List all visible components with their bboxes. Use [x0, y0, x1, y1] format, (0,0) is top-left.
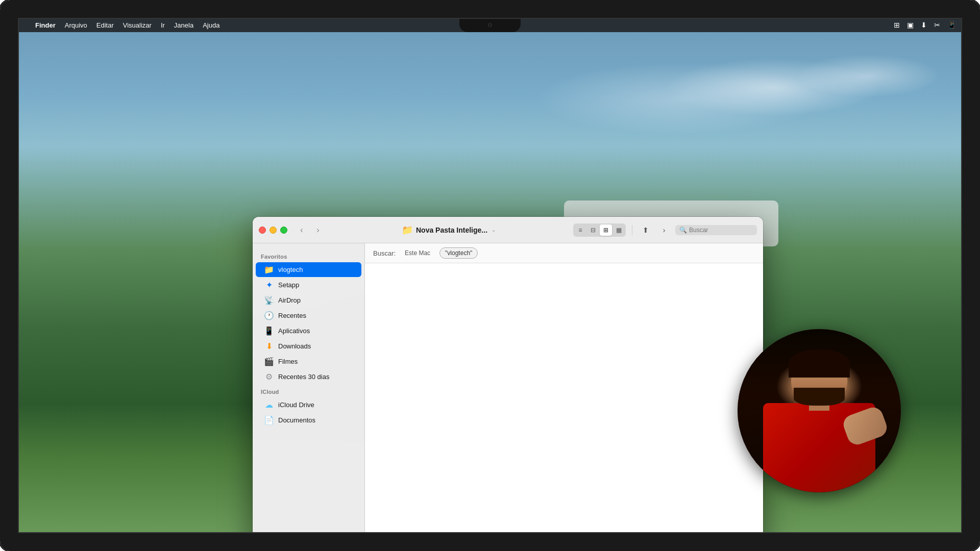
scope-vlogtech[interactable]: "vlogtech": [439, 247, 478, 259]
camera-notch: [459, 18, 521, 32]
view-mode-group: ≡ ⊟ ⊞ ▦: [573, 223, 626, 237]
back-button[interactable]: ‹: [296, 224, 308, 236]
content-area: Buscar: Este Mac "vlogtech": [365, 243, 763, 533]
sidebar-section-icloud: iCloud: [253, 385, 364, 397]
menubar-icon-1[interactable]: ⊞: [894, 21, 900, 29]
sidebar-label-downloads: Downloads: [278, 342, 311, 350]
menubar-ir[interactable]: Ir: [161, 21, 165, 29]
sidebar: Favoritos 📁 vlogtech ✦ Setapp 📡 AirDrop: [253, 243, 365, 533]
menubar-icon-5[interactable]: 📱: [947, 21, 956, 29]
sidebar-section-favoritos: Favoritos: [253, 249, 364, 262]
menubar-finder[interactable]: Finder: [35, 21, 56, 29]
menubar-icon-3[interactable]: ⬇: [921, 21, 927, 29]
filmes-icon: 🎬: [264, 357, 274, 366]
more-button[interactable]: ›: [657, 223, 671, 237]
sidebar-item-documentos[interactable]: 📄 Documentos: [256, 413, 361, 428]
person-beard: [794, 388, 845, 406]
camera-dot: [488, 23, 492, 27]
finder-window: ‹ › 📁 Nova Pasta Intelige... ⌄ ≡ ⊟ ⊞ ▦: [253, 217, 763, 533]
menubar-editar[interactable]: Editar: [96, 21, 114, 29]
folder-icon: 📁: [402, 224, 413, 236]
maximize-button[interactable]: [280, 227, 287, 234]
menubar: Finder Arquivo Editar Visualizar Ir Jane…: [18, 18, 962, 32]
icloud-drive-icon: ☁: [264, 400, 274, 410]
buscar-label: Buscar:: [373, 249, 396, 257]
sidebar-label-recentes30: Recentes 30 dias: [278, 373, 329, 381]
sidebar-item-recentes30[interactable]: ⚙ Recentes 30 dias: [256, 369, 361, 384]
sidebar-item-icloud-drive[interactable]: ☁ iCloud Drive: [256, 397, 361, 412]
finder-title-area: 📁 Nova Pasta Intelige... ⌄: [328, 224, 569, 236]
sidebar-label-airdrop: AirDrop: [278, 296, 301, 304]
sort-chevron-icon[interactable]: ⌄: [492, 227, 496, 233]
sidebar-item-airdrop[interactable]: 📡 AirDrop: [256, 293, 361, 308]
folder-icon: 📁: [264, 265, 274, 274]
sidebar-item-vlogtech[interactable]: 📁 vlogtech: [256, 262, 361, 277]
sidebar-label-documentos: Documentos: [278, 416, 315, 424]
sidebar-item-recentes[interactable]: 🕐 Recentes: [256, 308, 361, 323]
menubar-arquivo[interactable]: Arquivo: [65, 21, 87, 29]
forward-button[interactable]: ›: [312, 224, 324, 236]
finder-body: Favoritos 📁 vlogtech ✦ Setapp 📡 AirDrop: [253, 243, 763, 533]
sidebar-item-aplicativos[interactable]: 📱 Aplicativos: [256, 323, 361, 338]
recentes30-icon: ⚙: [264, 372, 274, 382]
menubar-visualizar[interactable]: Visualizar: [123, 21, 152, 29]
search-icon: 🔍: [679, 227, 687, 234]
menubar-janela[interactable]: Janela: [174, 21, 193, 29]
sidebar-label-recentes: Recentes: [278, 312, 306, 319]
view-cover-button[interactable]: ▦: [612, 224, 625, 236]
aplicativos-icon: 📱: [264, 326, 274, 336]
traffic-lights: [259, 227, 287, 234]
sidebar-label-vlogtech: vlogtech: [278, 266, 303, 273]
sidebar-item-filmes[interactable]: 🎬 Filmes: [256, 354, 361, 369]
minimize-button[interactable]: [270, 227, 277, 234]
menubar-icon-2[interactable]: ▣: [907, 21, 914, 29]
toolbar-right: ≡ ⊟ ⊞ ▦ ⬆ › 🔍: [573, 223, 757, 237]
main-content: [365, 263, 763, 533]
documentos-icon: 📄: [264, 415, 274, 425]
menubar-ajuda[interactable]: Ajuda: [203, 21, 219, 29]
finder-title: Nova Pasta Intelige...: [416, 226, 487, 234]
view-columns-button[interactable]: ⊟: [587, 224, 599, 236]
search-input[interactable]: [689, 227, 753, 234]
sidebar-label-setapp: Setapp: [278, 281, 299, 289]
search-scope-bar: Buscar: Este Mac "vlogtech": [365, 243, 763, 263]
sidebar-label-icloud-drive: iCloud Drive: [278, 401, 314, 409]
sidebar-label-filmes: Filmes: [278, 358, 298, 365]
sidebar-item-downloads[interactable]: ⬇ Downloads: [256, 339, 361, 354]
webcam-overlay: [738, 329, 901, 492]
share-button[interactable]: ⬆: [639, 223, 653, 237]
recentes-icon: 🕐: [264, 311, 274, 320]
person-hair: [789, 349, 850, 378]
view-list-button[interactable]: ≡: [574, 224, 586, 236]
clouds-overlay: [18, 18, 962, 250]
search-box[interactable]: 🔍: [675, 225, 757, 235]
sidebar-label-aplicativos: Aplicativos: [278, 327, 310, 335]
menubar-icon-4[interactable]: ✂: [934, 21, 940, 29]
view-gallery-button[interactable]: ⊞: [600, 224, 612, 236]
finder-toolbar: ‹ › 📁 Nova Pasta Intelige... ⌄ ≡ ⊟ ⊞ ▦: [253, 217, 763, 243]
downloads-icon: ⬇: [264, 341, 274, 351]
toolbar-divider: [632, 225, 632, 235]
setapp-icon: ✦: [264, 280, 274, 290]
close-button[interactable]: [259, 227, 266, 234]
sidebar-item-setapp[interactable]: ✦ Setapp: [256, 278, 361, 292]
scope-este-mac[interactable]: Este Mac: [400, 248, 435, 258]
airdrop-icon: 📡: [264, 295, 274, 305]
